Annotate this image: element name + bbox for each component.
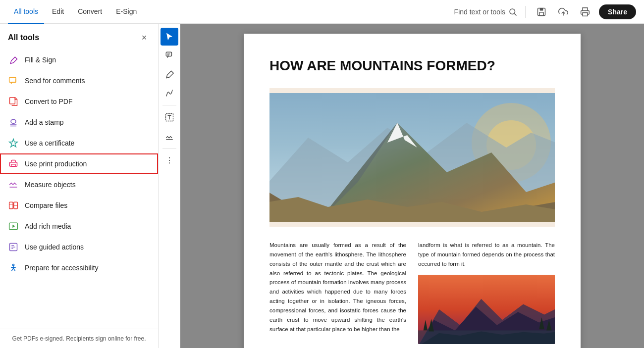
search-icon bbox=[508, 7, 517, 16]
tab-edit[interactable]: Edit bbox=[46, 0, 70, 24]
sidebar-footer: Get PDFs e-signed. Recipients sign onlin… bbox=[0, 329, 158, 348]
send-comments-icon bbox=[8, 75, 19, 86]
tool-text-btn[interactable] bbox=[161, 108, 178, 126]
mountain-image-top bbox=[269, 88, 555, 227]
sidebar-header: All tools × bbox=[0, 24, 158, 48]
nav-tabs: All tools Edit Convert E-Sign bbox=[8, 0, 143, 24]
sidebar-item-fill-sign[interactable]: Fill & Sign bbox=[0, 50, 158, 70]
sidebar-item-label: Add rich media bbox=[25, 222, 71, 230]
sidebar-item-add-stamp[interactable]: Add a stamp bbox=[0, 112, 158, 133]
accessibility-icon bbox=[8, 262, 19, 273]
svg-rect-7 bbox=[9, 77, 16, 82]
sidebar-item-label: Compare files bbox=[25, 201, 67, 209]
sidebar-item-certificate[interactable]: Use a certificate bbox=[0, 133, 158, 153]
main-area: All tools × Fill & Sign bbox=[0, 24, 644, 348]
pen-icon bbox=[165, 70, 174, 79]
sidebar-item-convert-pdf[interactable]: Convert to PDF bbox=[0, 91, 158, 112]
document-page: HOW ARE MOUNTAINS FORMED? bbox=[244, 34, 581, 348]
tool-pen-btn[interactable] bbox=[161, 65, 178, 83]
add-stamp-icon bbox=[8, 117, 19, 128]
tool-select-btn[interactable] bbox=[161, 28, 178, 46]
mountain-photo-main bbox=[269, 93, 555, 222]
upload-icon-btn[interactable] bbox=[555, 4, 571, 20]
save-icon bbox=[537, 7, 546, 17]
sidebar-item-label: Send for comments bbox=[25, 77, 85, 85]
sidebar-item-label: Use a certificate bbox=[25, 139, 74, 147]
svg-rect-4 bbox=[539, 12, 543, 15]
share-button[interactable]: Share bbox=[599, 4, 636, 19]
tool-separator bbox=[162, 105, 176, 105]
svg-rect-3 bbox=[540, 8, 543, 10]
svg-point-20 bbox=[12, 264, 14, 266]
compare-files-icon bbox=[8, 200, 19, 211]
nav-divider bbox=[525, 6, 526, 18]
document-column-right: landform is what is referred to as a mou… bbox=[418, 241, 555, 344]
sidebar-item-label: Use print production bbox=[25, 160, 87, 168]
tab-all-tools[interactable]: All tools bbox=[8, 0, 44, 24]
tab-convert[interactable]: Convert bbox=[72, 0, 108, 24]
mountain-small-svg bbox=[418, 275, 555, 344]
print-icon-btn[interactable] bbox=[577, 4, 593, 20]
search-label: Find text or tools bbox=[454, 8, 506, 16]
document-text-left: Mountains are usually formed as a result… bbox=[269, 241, 406, 335]
document-text-right: landform is what is referred to as a mou… bbox=[418, 241, 555, 269]
document-columns: Mountains are usually formed as a result… bbox=[269, 241, 555, 344]
certificate-icon bbox=[8, 138, 19, 149]
guided-actions-icon bbox=[8, 242, 19, 252]
tool-draw-btn[interactable] bbox=[161, 127, 178, 145]
sidebar: All tools × Fill & Sign bbox=[0, 24, 159, 348]
sidebar-item-guided-actions[interactable]: Use guided actions bbox=[0, 237, 158, 257]
text-icon bbox=[165, 113, 174, 122]
tab-esign[interactable]: E-Sign bbox=[110, 0, 143, 24]
fill-sign-icon bbox=[8, 54, 19, 65]
sidebar-item-measure-objects[interactable]: Measure objects bbox=[0, 174, 158, 195]
sidebar-item-add-rich-media[interactable]: Add rich media bbox=[0, 216, 158, 237]
sidebar-title: All tools bbox=[8, 33, 39, 42]
comment-icon bbox=[165, 51, 174, 60]
print-production-icon bbox=[8, 158, 19, 169]
sidebar-item-label: Add a stamp bbox=[25, 118, 64, 126]
svg-point-9 bbox=[11, 119, 16, 123]
sidebar-item-label: Fill & Sign bbox=[25, 56, 56, 64]
svg-rect-11 bbox=[11, 164, 15, 166]
document-column-left: Mountains are usually formed as a result… bbox=[269, 241, 406, 344]
sidebar-item-label: Measure objects bbox=[25, 181, 76, 189]
sidebar-item-label: Use guided actions bbox=[25, 243, 84, 251]
select-cursor-icon bbox=[165, 32, 174, 41]
nav-right-area: Find text or tools Share bbox=[454, 4, 636, 20]
sidebar-item-send-comments[interactable]: Send for comments bbox=[0, 70, 158, 91]
sidebar-item-compare-files[interactable]: Compare files bbox=[0, 195, 158, 216]
toolbar-strip bbox=[159, 24, 180, 348]
search-area[interactable]: Find text or tools bbox=[454, 7, 518, 16]
tool-comment-btn[interactable] bbox=[161, 47, 178, 64]
svg-point-29 bbox=[168, 162, 169, 163]
convert-pdf-icon bbox=[8, 96, 19, 107]
tool-freehand-btn[interactable] bbox=[161, 84, 178, 102]
upload-icon bbox=[558, 7, 568, 17]
sidebar-item-label: Convert to PDF bbox=[25, 98, 72, 105]
document-title: HOW ARE MOUNTAINS FORMED? bbox=[269, 57, 555, 74]
svg-point-0 bbox=[510, 9, 515, 14]
sidebar-items-list: Fill & Sign Send for comments bbox=[0, 48, 158, 329]
sidebar-item-print-production[interactable]: Use print production bbox=[0, 153, 158, 174]
svg-line-1 bbox=[514, 13, 516, 15]
svg-rect-6 bbox=[583, 12, 588, 16]
top-navigation: All tools Edit Convert E-Sign Find text … bbox=[0, 0, 644, 24]
svg-point-27 bbox=[168, 157, 169, 158]
document-area: HOW ARE MOUNTAINS FORMED? bbox=[180, 24, 644, 348]
svg-point-28 bbox=[168, 160, 169, 161]
mountain-svg bbox=[269, 93, 555, 222]
sidebar-item-label: Prepare for accessibility bbox=[25, 264, 99, 272]
svg-rect-13 bbox=[9, 202, 13, 208]
add-rich-media-icon bbox=[8, 221, 19, 232]
svg-rect-8 bbox=[10, 98, 15, 104]
sidebar-item-accessibility[interactable]: Prepare for accessibility bbox=[0, 257, 158, 278]
tool-separator-2 bbox=[162, 148, 176, 149]
mountain-image-small bbox=[418, 275, 555, 344]
more-icon bbox=[165, 156, 174, 165]
print-icon bbox=[580, 7, 590, 17]
tool-more-btn[interactable] bbox=[161, 151, 178, 169]
close-sidebar-button[interactable]: × bbox=[138, 32, 150, 44]
save-icon-btn[interactable] bbox=[534, 4, 549, 20]
sidebar-footer-text: Get PDFs e-signed. Recipients sign onlin… bbox=[12, 335, 146, 342]
